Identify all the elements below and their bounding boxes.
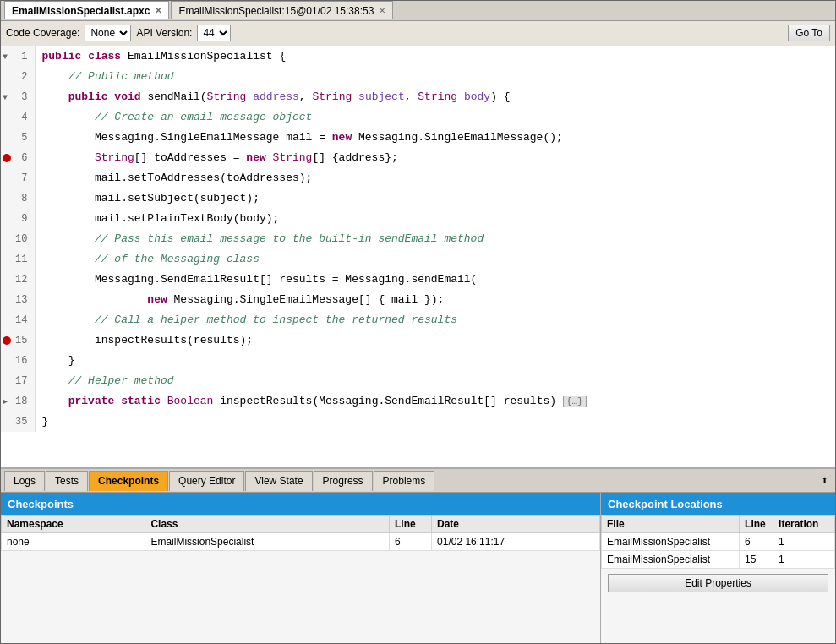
line-number: 17 — [1, 371, 35, 391]
expand-icon[interactable]: ⬆ — [818, 473, 832, 488]
code-content: // of the Messaging class — [35, 249, 835, 270]
line-number: 4 — [1, 107, 35, 128]
code-line-14: 14 // Call a helper method to inspect th… — [1, 310, 835, 330]
cell-line: 6 — [390, 533, 432, 551]
tab-progress[interactable]: Progress — [314, 471, 373, 491]
bottom-panel: Logs Tests Checkpoints Query Editor View… — [1, 468, 835, 643]
bottom-content: Checkpoints Namespace Class Line Date no — [1, 493, 835, 643]
code-content: // Create an email message object — [35, 107, 835, 128]
line-number: 10 — [1, 229, 35, 249]
fold-icon[interactable]: ▶ — [3, 396, 8, 407]
checkpoints-table: Namespace Class Line Date none EmailMiss… — [1, 515, 600, 551]
tab-problems-label: Problems — [383, 475, 426, 487]
tab-query-editor[interactable]: Query Editor — [169, 471, 244, 491]
line-number: 14 — [1, 310, 35, 330]
col-iteration: Iteration — [773, 516, 835, 533]
tab-emailmissionspecialist-debug[interactable]: EmailMissionSpecialist:15@01/02 15:38:53… — [171, 1, 393, 19]
cell-line: 6 — [740, 533, 773, 551]
cell-date: 01/02 16:11:17 — [432, 533, 600, 551]
code-line-12: 12 Messaging.SendEmailResult[] results =… — [1, 270, 835, 290]
tab-progress-label: Progress — [323, 475, 363, 487]
code-line-6: 6 String[] toAddresses = new String[] {a… — [1, 148, 835, 168]
tab-tests[interactable]: Tests — [46, 471, 88, 491]
tab-view-state-label: View State — [254, 475, 303, 487]
col-line: Line — [390, 516, 432, 533]
tab-logs[interactable]: Logs — [4, 471, 45, 491]
locations-table: File Line Iteration EmailMissionSpeciali… — [601, 515, 835, 569]
cell-line: 15 — [740, 551, 773, 569]
code-content: // Helper method — [35, 371, 835, 391]
line-number: 7 — [1, 168, 35, 188]
tab-bar: EmailMissionSpecialist.apxc ✕ EmailMissi… — [1, 1, 835, 21]
code-content: private static Boolean inspectResults(Me… — [35, 391, 835, 412]
cell-class: EmailMissionSpecialist — [145, 533, 390, 551]
col-namespace: Namespace — [2, 516, 145, 533]
table-header-row: File Line Iteration — [602, 516, 835, 533]
col-file: File — [602, 516, 740, 533]
code-table: ▼ 1 public class EmailMissionSpecialist … — [1, 46, 835, 432]
line-number: 35 — [1, 412, 35, 432]
code-line-18: ▶ 18 private static Boolean inspectResul… — [1, 391, 835, 412]
tab-checkpoints[interactable]: Checkpoints — [89, 471, 168, 491]
col-class: Class — [145, 516, 390, 533]
table-header-row: Namespace Class Line Date — [2, 516, 600, 533]
code-line-17: 17 // Helper method — [1, 371, 835, 391]
line-number: 11 — [1, 249, 35, 270]
coverage-label: Code Coverage: — [6, 27, 79, 39]
code-line-16: 16 } — [1, 351, 835, 371]
code-line-3: ▼ 3 public void sendMail(String address,… — [1, 87, 835, 107]
code-content: Messaging.SingleEmailMessage mail = new … — [35, 128, 835, 148]
line-number: 5 — [1, 128, 35, 148]
line-number: 2 — [1, 67, 35, 87]
fold-icon[interactable]: ▼ — [3, 92, 8, 101]
code-content: // Pass this email message to the built-… — [35, 229, 835, 249]
code-line-35: 35 } — [1, 412, 835, 432]
cell-file: EmailMissionSpecialist — [602, 533, 740, 551]
code-line-1: ▼ 1 public class EmailMissionSpecialist … — [1, 46, 835, 67]
line-number: 12 — [1, 270, 35, 290]
line-number: ▼ 3 — [1, 87, 35, 107]
checkpoints-header: Checkpoints — [1, 493, 600, 515]
tab-label: EmailMissionSpecialist:15@01/02 15:38:53 — [178, 5, 374, 17]
coverage-select[interactable]: None — [85, 25, 131, 41]
code-line-8: 8 mail.setSubject(subject); — [1, 188, 835, 209]
code-content: mail.setToAddresses(toAddresses); — [35, 168, 835, 188]
code-line-15: 15 inspectResults(results); — [1, 330, 835, 351]
close-icon[interactable]: ✕ — [379, 6, 385, 15]
api-select[interactable]: 44 — [197, 25, 231, 41]
code-content: // Public method — [35, 67, 835, 87]
breakpoint-icon[interactable] — [3, 336, 11, 345]
tab-logs-label: Logs — [14, 475, 36, 487]
line-number: 13 — [1, 290, 35, 310]
code-line-7: 7 mail.setToAddresses(toAddresses); — [1, 168, 835, 188]
locations-panel: Checkpoint Locations File Line Iteration… — [601, 493, 835, 643]
tab-tests-label: Tests — [55, 475, 79, 487]
cell-iteration: 1 — [773, 533, 835, 551]
tab-query-editor-label: Query Editor — [178, 475, 235, 487]
tab-emailmissionspecialist-apxc[interactable]: EmailMissionSpecialist.apxc ✕ — [4, 1, 169, 19]
go-to-button[interactable]: Go To — [788, 25, 830, 41]
api-label: API Version: — [136, 27, 192, 39]
code-content: inspectResults(results); — [35, 330, 835, 351]
code-content: public class EmailMissionSpecialist { — [35, 46, 835, 67]
code-content: new Messaging.SingleEmailMessage[] { mai… — [35, 290, 835, 310]
tab-problems[interactable]: Problems — [374, 471, 435, 491]
editor-area: ▼ 1 public class EmailMissionSpecialist … — [1, 46, 835, 468]
code-content: mail.setPlainTextBody(body); — [35, 209, 835, 229]
edit-properties-button[interactable]: Edit Properties — [608, 574, 828, 592]
code-content: Messaging.SendEmailResult[] results = Me… — [35, 270, 835, 290]
code-line-10: 10 // Pass this email message to the bui… — [1, 229, 835, 249]
tab-view-state[interactable]: View State — [245, 471, 312, 491]
collapsed-code[interactable]: {…} — [563, 396, 587, 407]
line-number: 8 — [1, 188, 35, 209]
code-line-13: 13 new Messaging.SingleEmailMessage[] { … — [1, 290, 835, 310]
close-icon[interactable]: ✕ — [155, 6, 161, 15]
breakpoint-icon[interactable] — [3, 154, 11, 162]
cell-namespace: none — [2, 533, 145, 551]
checkpoints-title: Checkpoints — [8, 498, 74, 510]
line-number: ▼ 1 — [1, 46, 35, 67]
bottom-tab-bar: Logs Tests Checkpoints Query Editor View… — [1, 469, 835, 493]
code-line-4: 4 // Create an email message object — [1, 107, 835, 128]
code-line-9: 9 mail.setPlainTextBody(body); — [1, 209, 835, 229]
fold-icon[interactable]: ▼ — [3, 52, 8, 61]
